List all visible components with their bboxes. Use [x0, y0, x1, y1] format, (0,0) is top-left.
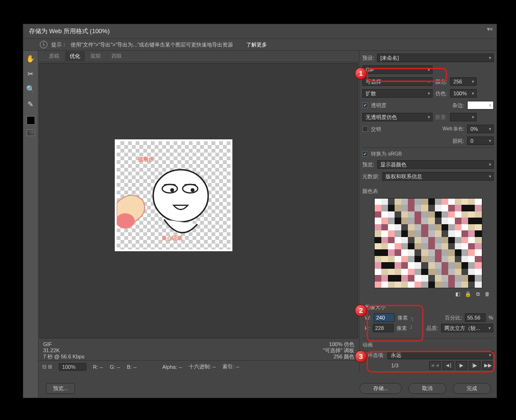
transparency-check[interactable]: ✔ — [362, 102, 368, 108]
loop-select[interactable]: 永远 — [387, 351, 494, 359]
matte-select[interactable] — [467, 101, 494, 110]
info-icon: i — [40, 41, 47, 48]
info-colors: 256 颜色 — [323, 354, 354, 360]
svg-point-2 — [183, 184, 198, 193]
reduction-select[interactable]: 可选择 — [362, 77, 433, 86]
info-dither: 100% 仿色 — [323, 341, 354, 347]
color-table-grid[interactable] — [374, 198, 482, 288]
status-r: R: -- — [93, 364, 103, 370]
preset-select[interactable]: [未命名] — [377, 54, 494, 62]
image-size-section: 图像大小 W: 像素 ┐ 百分比: % H: 像素 ┘ — [362, 300, 494, 335]
preview-tabs: 原稿 优化 双联 四联 — [38, 51, 359, 62]
hand-tool[interactable]: ✋ — [26, 54, 36, 64]
status-b: B: -- — [127, 364, 137, 370]
tab-original[interactable]: 原稿 — [44, 51, 64, 61]
color-table-toolbar: ◧ 🔒 ⧉ 🗑 — [362, 290, 494, 298]
next-frame-button[interactable]: |▶ — [469, 361, 480, 370]
zoom-tool[interactable]: 🔍 — [26, 84, 36, 94]
quality-label: 品质: — [426, 325, 438, 332]
dither-amount[interactable]: 100% — [450, 89, 477, 98]
websnap-label: Web 靠色: — [442, 126, 464, 132]
learn-more-link[interactable]: 了解更多 — [240, 40, 273, 50]
height-input[interactable] — [373, 324, 394, 332]
last-frame-button[interactable]: ▶▶ — [482, 361, 494, 370]
preview-content: 摸着你 良心说话 — [117, 141, 230, 249]
svg-point-0 — [153, 170, 208, 222]
window-title: 存储为 Web 所用格式 (100%) — [23, 24, 497, 38]
status-bar: ⊟ ⊞ 100% R: -- G: -- B: -- Alpha: -- 十六进… — [38, 360, 359, 373]
metadata-label: 元数据: — [362, 173, 379, 180]
websnap-select[interactable]: 0% — [467, 125, 494, 133]
tab-optimized[interactable]: 优化 — [65, 51, 85, 61]
svg-point-3 — [170, 188, 174, 192]
first-frame-button[interactable]: ◄◄ — [429, 361, 441, 370]
svg-point-1 — [162, 184, 177, 193]
info-strip: GIF 31.22K 7 秒 @ 56.6 Kbps 100% 仿色 "可选择"… — [38, 339, 359, 360]
lossy-select[interactable]: 0 — [467, 137, 494, 145]
h-label: H: — [365, 325, 370, 331]
svg-point-4 — [191, 188, 194, 192]
canvas-area[interactable]: 摸着你 良心说话 — [39, 63, 358, 338]
dither-select[interactable]: 扩散 — [362, 89, 433, 98]
done-button[interactable]: 完成 — [453, 383, 491, 394]
tab-4up[interactable]: 四联 — [107, 51, 127, 61]
save-button[interactable]: 存储... — [359, 383, 402, 394]
foreground-swatch[interactable] — [27, 116, 35, 125]
preset-label: 预设: — [362, 55, 374, 62]
srgb-label: 转换为 sRGB — [371, 150, 402, 157]
zoom-select[interactable]: 100% — [59, 363, 86, 371]
image-preview: 摸着你 良心说话 — [115, 139, 232, 251]
save-for-web-dialog: 存储为 Web 所用格式 (100%) i 提示： 使用"文件">"导出">"导… — [23, 24, 497, 398]
dither-label: 仿色: — [435, 90, 447, 97]
width-input[interactable] — [374, 313, 395, 322]
slice-visibility[interactable] — [27, 129, 35, 136]
status-g: G: -- — [110, 364, 120, 370]
image-size-title: 图像大小 — [365, 304, 386, 311]
transparency-label: 透明度 — [371, 102, 387, 109]
pct-unit: % — [488, 315, 493, 320]
frame-indicator: 1/3 — [362, 363, 427, 368]
ct-lock-icon[interactable]: 🔒 — [465, 291, 471, 297]
ct-trash-icon[interactable]: 🗑 — [485, 291, 490, 297]
h-unit: 像素 — [396, 325, 407, 332]
srgb-check[interactable]: ✔ — [362, 151, 368, 157]
play-bar: 1/3 ◄◄ ◄| ▶ |▶ ▶▶ — [362, 360, 494, 371]
prev-frame-button[interactable]: ◄| — [442, 361, 454, 370]
info-speed: 7 秒 @ 56.6 Kbps — [43, 354, 84, 360]
colors-select[interactable]: 256 — [450, 77, 477, 86]
tip-text: 使用"文件">"导出">"导出为..."或右键单击某个图层可更快速地导出资源 — [71, 41, 233, 48]
w-unit: 像素 — [397, 314, 408, 321]
colortable-menu-icon[interactable]: ▾≡ — [487, 26, 493, 32]
format-select[interactable]: GIF — [362, 65, 433, 74]
color-table-title: 颜色表 — [362, 188, 378, 195]
preview-profile-select[interactable]: 显示器颜色 — [377, 160, 494, 169]
settings-panel: 预设: [未命名] ▾≡ GIF 可选择 颜色: 256 扩散 仿色: 100%… — [359, 51, 497, 373]
lossy-label: 损耗: — [452, 137, 464, 145]
percent-input[interactable] — [465, 313, 486, 322]
info-size: 31.22K — [43, 347, 84, 354]
info-format: GIF — [43, 341, 84, 347]
ct-cube-icon[interactable]: ◧ — [455, 291, 460, 297]
metadata-select[interactable]: 版权和联系信息 — [382, 172, 494, 181]
ct-new-icon[interactable]: ⧉ — [476, 291, 480, 297]
quality-select[interactable]: 两次立方（较... — [441, 324, 493, 332]
trans-dither-select[interactable]: 无透明度仿色 — [362, 113, 433, 121]
loop-label: 循环选项: — [362, 352, 385, 359]
animation-section: 动画 循环选项: 永远 1/3 ◄◄ ◄| ▶ |▶ ▶▶ — [362, 338, 494, 371]
play-button[interactable]: ▶ — [456, 361, 467, 370]
interlace-check[interactable] — [362, 126, 368, 132]
tip-bar: i 提示： 使用"文件">"导出">"导出为..."或右键单击某个图层可更快速地… — [23, 38, 497, 51]
trans-dither-amt-label: 数量: — [435, 114, 447, 121]
eyedropper-tool[interactable]: ✎ — [26, 99, 36, 110]
status-alpha: Alpha: -- — [162, 364, 182, 370]
svg-text:摸着你: 摸着你 — [138, 156, 154, 162]
preview-button[interactable]: 预览... — [46, 383, 75, 394]
interlace-label: 交错 — [371, 126, 381, 133]
tab-2up[interactable]: 双联 — [86, 51, 106, 61]
tip-prefix: 提示： — [51, 41, 67, 48]
pct-label: 百分比: — [445, 314, 462, 321]
matte-label: 杂边: — [452, 102, 464, 109]
cancel-button[interactable]: 取消 — [408, 383, 446, 394]
slice-tool[interactable]: ✂ — [26, 69, 36, 79]
w-label: W: — [365, 315, 371, 320]
